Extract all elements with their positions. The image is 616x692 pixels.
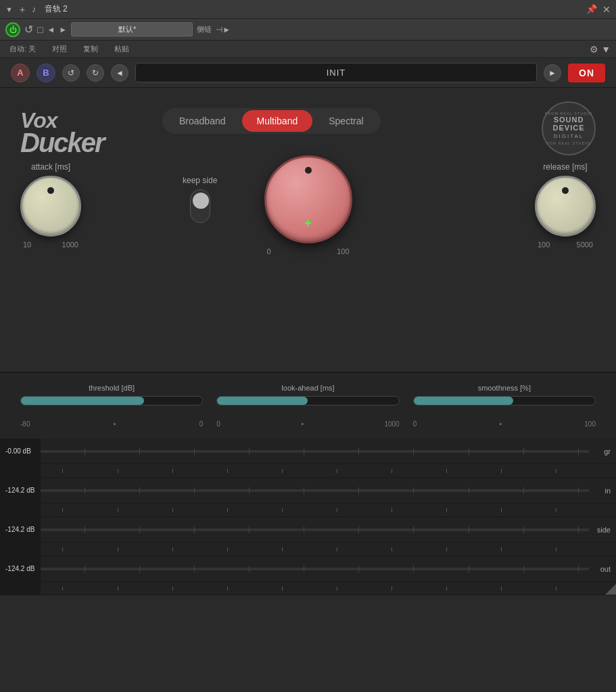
depth-knob-area: + 0 100 <box>264 155 352 255</box>
compare-btn[interactable]: 对照 <box>48 43 71 55</box>
side-tick-2 <box>139 526 140 533</box>
lookahead-label: look-ahead [ms] <box>216 384 399 392</box>
out-tick-6 <box>358 566 359 572</box>
out-bar <box>41 568 589 570</box>
connect-icon[interactable]: ⊣► <box>216 25 231 34</box>
close-icon[interactable]: ✕ <box>602 4 611 15</box>
auto-bar-right: ⚙ ▼ <box>590 43 611 55</box>
in-label: in <box>589 487 616 495</box>
pin-icon[interactable]: 📌 <box>586 4 597 15</box>
power-button[interactable]: ⏻ <box>5 22 20 37</box>
vox-ducker-logo: Vox Ducker <box>20 108 104 158</box>
gr-tick-4 <box>249 448 250 455</box>
save-icon[interactable]: □ <box>37 24 43 35</box>
side-tick-6 <box>358 526 359 533</box>
toolbar-icon1[interactable]: ↺ <box>24 23 33 36</box>
side-tick-5 <box>304 526 304 533</box>
sliders-section: threshold [dB] -80 • 0 look-ahead [ms] 0… <box>0 372 616 439</box>
gr-sub-spacer-right <box>589 464 616 477</box>
preset-selector[interactable]: 默认* <box>71 22 193 36</box>
smoothness-slider[interactable] <box>413 396 596 405</box>
keep-side-area: keep side <box>183 176 217 223</box>
attack-knob[interactable] <box>20 176 81 237</box>
menu-arrow-icon[interactable]: ▼ <box>5 5 13 14</box>
depth-knob-container: + 0 100 <box>264 155 352 255</box>
depth-knob-cross: + <box>304 216 312 230</box>
broadband-tab[interactable]: Broadband <box>164 110 241 132</box>
attack-range: 10 1000 <box>20 241 81 249</box>
title-bar: ▼ + ♪ 音轨 2 📌 ✕ <box>0 0 616 19</box>
auto-off-btn[interactable]: 自动: 关 <box>5 43 40 55</box>
attack-knob-dot <box>47 187 54 194</box>
gr-label: gr <box>589 447 616 455</box>
multiband-tab[interactable]: Multiband <box>242 110 313 132</box>
prev-preset-btn[interactable]: ◄ <box>111 64 128 82</box>
auto-bar: 自动: 关 对照 复制 粘贴 ⚙ ▼ <box>0 41 616 58</box>
in-bar <box>41 489 589 492</box>
gr-tick-7 <box>413 448 414 455</box>
on-off-button[interactable]: ON <box>568 64 605 82</box>
settings-icon[interactable]: ⚙ ▼ <box>590 44 611 55</box>
in-tick-9 <box>523 487 524 494</box>
paste-btn[interactable]: 粘贴 <box>110 43 133 55</box>
side-label: side <box>589 526 616 534</box>
preset-a-btn[interactable]: A <box>11 64 30 82</box>
in-sub-ticks <box>0 503 616 517</box>
preset-bar: A B ↺ ↻ ◄ INIT ► ON <box>0 58 616 88</box>
in-tick-3 <box>194 487 195 494</box>
out-value: -124.2 dB <box>0 556 41 581</box>
keep-side-label: keep side <box>183 176 217 185</box>
side-bar-area <box>41 517 589 542</box>
gr-tick-2 <box>139 448 140 455</box>
depth-knob[interactable]: + <box>264 155 352 243</box>
gr-tick-8 <box>469 448 469 455</box>
in-meter-row: -124.2 dB in <box>0 478 616 503</box>
release-knob[interactable] <box>535 176 596 237</box>
preset-name-field[interactable]: INIT <box>135 63 537 82</box>
undo-preset-btn[interactable]: ↺ <box>62 64 80 82</box>
add-track-icon[interactable]: + <box>20 4 25 15</box>
out-tick-10 <box>578 566 579 572</box>
preset-b-btn[interactable]: B <box>37 64 55 82</box>
smoothness-group: smoothness [%] 0 • 100 <box>413 384 596 428</box>
release-label: release [ms] <box>543 162 587 172</box>
out-meter-row: -124.2 dB out <box>0 556 616 582</box>
threshold-slider[interactable] <box>20 396 203 405</box>
title-bar-left: ▼ + ♪ 音轨 2 <box>5 3 68 15</box>
depth-max: 100 <box>337 247 349 255</box>
smoothness-max: 100 <box>584 420 596 428</box>
redo-preset-btn[interactable]: ↻ <box>87 64 104 82</box>
side-sub-ticks <box>0 543 616 556</box>
threshold-mid: • <box>114 420 116 428</box>
lookahead-min: 0 <box>216 420 220 428</box>
release-knob-area: release [ms] 100 5000 <box>535 162 596 249</box>
keep-side-toggle[interactable] <box>190 189 210 223</box>
gr-tick-10 <box>578 448 579 455</box>
depth-knob-dot <box>305 167 312 174</box>
threshold-group: threshold [dB] -80 • 0 <box>20 384 203 428</box>
prev-icon[interactable]: ◄ <box>47 25 55 34</box>
spectral-tab[interactable]: Spectral <box>314 110 378 132</box>
side-tick-4 <box>249 526 250 533</box>
side-tick-10 <box>578 526 579 533</box>
sidechain-label[interactable]: 侧链 <box>197 24 212 34</box>
attack-label: attack [ms] <box>31 162 70 172</box>
out-bar-area <box>41 556 589 581</box>
sounddevice-line5: FOR REAL STUDIO <box>547 141 591 145</box>
gr-tick-6 <box>358 448 359 455</box>
side-tick-9 <box>523 526 524 533</box>
out-tick-9 <box>523 566 524 572</box>
sounddevice-digital: DIGITAL <box>554 133 584 139</box>
next-icon[interactable]: ► <box>59 25 67 34</box>
resize-corner[interactable] <box>605 584 616 595</box>
next-preset-btn[interactable]: ► <box>544 64 561 82</box>
lookahead-slider[interactable] <box>216 396 399 405</box>
meters-section: -0.00 dB gr <box>0 439 616 595</box>
copy-btn[interactable]: 复制 <box>79 43 102 55</box>
side-meter-row: -124.2 dB side <box>0 517 616 543</box>
gr-tick-9 <box>523 448 524 455</box>
smoothness-label: smoothness [%] <box>413 384 596 392</box>
smoothness-min: 0 <box>413 420 417 428</box>
gr-bar <box>41 450 589 453</box>
out-tick-8 <box>469 566 469 572</box>
